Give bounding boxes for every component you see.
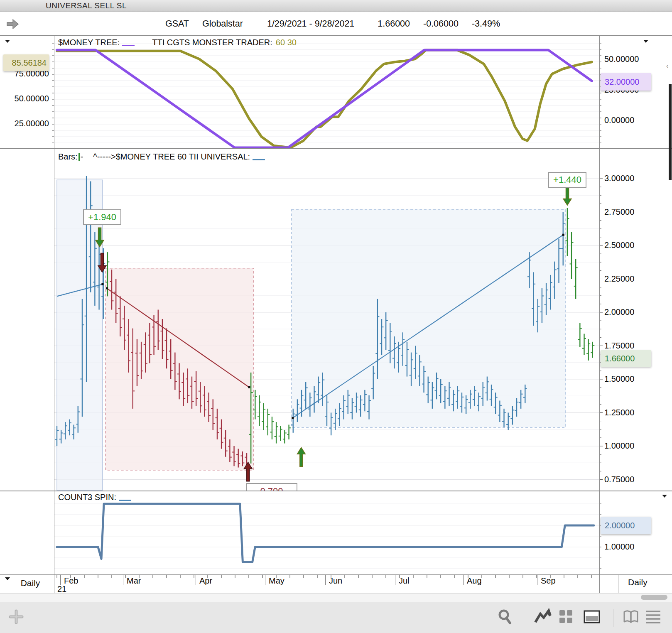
month-separator [196,575,196,585]
date-range: 1/29/2021 - 9/28/2021 [267,19,354,29]
interval-selector-right[interactable]: Daily [628,577,647,587]
toolbar-divider [524,609,524,627]
month-label: Mar [127,576,141,586]
bottom-toolbar [0,602,672,633]
price-axis-label: 2.00000 [604,307,634,317]
month-separator [395,575,395,585]
panel-divider [0,574,672,575]
clipped-label-container: 0.700 [246,483,299,491]
month-label: Aug [467,576,482,586]
menu-icon[interactable] [645,608,662,626]
price-axis-label: 1.50000 [604,374,634,384]
month-label: Apr [199,576,212,586]
month-label: May [269,576,284,586]
price-change-pct: -3.49% [472,19,500,29]
add-chart-icon[interactable] [7,608,25,626]
monster-trader-label[interactable]: TTI CGTS MONSTER TRADER: [152,38,272,47]
indicator-panel-label: $MONEY TREE:TTI CGTS MONSTER TRADER:60 3… [58,38,297,47]
count3-blank[interactable] [119,494,131,501]
indicator-right-axis-label: 50.00000 [604,54,639,64]
money-tree-current-value-badge: 32.00000 [601,73,651,91]
month-separator [463,575,464,585]
search-icon[interactable] [497,608,513,626]
money-tree-label[interactable]: $MONEY TREE: [58,38,120,47]
month-separator [60,575,61,585]
panel-divider [0,35,672,36]
symbol: GSAT [165,19,189,29]
right-gutter-divider [599,35,600,593]
apr-low-label: 0.700 [246,483,297,491]
chevron-down-icon[interactable] [643,40,648,43]
chevron-down-icon[interactable] [5,40,10,43]
panel-layout-icon[interactable] [583,608,601,626]
price-axis-label: 1.25000 [604,408,634,417]
horizontal-scroll-strip [0,593,672,602]
toolbar-divider [613,609,613,627]
month-separator [265,575,265,585]
window-titlebar[interactable]: UNIVERSAL SELL SL [0,0,672,12]
money-tree-blank[interactable] [122,39,135,46]
month-separator [123,575,123,585]
count3-panel-label: COUNT3 SPIN: [58,493,134,502]
profit-label-feb: +1.940 [83,209,121,225]
last-price: 1.66000 [378,19,410,29]
book-icon[interactable] [622,608,641,626]
chart-window: UNIVERSAL SELL SL GSAT Globalstar 1/29/2… [0,0,672,633]
line-chart-icon[interactable] [534,608,552,626]
monster-trader-params: 60 30 [276,38,297,47]
scrollbar-collapse-chevron[interactable]: ‹ [666,62,668,70]
universal-indicator-label[interactable]: ^----->$MONEY TREE 60 TII UNIVERSAL: [93,152,250,162]
grid-layout-icon[interactable] [558,608,575,626]
universal-blank[interactable] [253,154,265,160]
price-axis-label: 1.00000 [604,441,634,451]
axis-cell-divider [618,575,618,593]
panel-divider[interactable] [0,491,672,491]
month-label: Feb [64,576,78,586]
month-label: Jul [399,576,410,586]
symbol-header: GSAT Globalstar 1/29/2021 - 9/28/2021 1.… [0,12,672,35]
indicator-current-value-badge: 85.56184 [3,54,49,71]
indicator-right-axis-label: 0.00000 [604,115,634,125]
cursor-bar [78,153,80,161]
price-change: -0.06000 [423,19,459,29]
vertical-scrollbar-thumb[interactable] [669,84,672,180]
interval-selector-left[interactable]: Daily [12,578,49,588]
price-axis-label: 2.25000 [604,274,634,284]
window-title: UNIVERSAL SELL SL [46,1,127,10]
horizontal-scrollbar-thumb[interactable] [641,595,667,600]
chevron-down-icon[interactable] [662,495,667,498]
chart-canvas[interactable] [0,0,672,633]
price-axis-label: 2.75000 [604,207,634,217]
bars-label[interactable]: Bars: [58,152,78,162]
price-axis-label: 3.00000 [604,174,634,183]
company-name: Globalstar [202,19,243,29]
chevron-down-icon[interactable] [5,577,10,580]
month-separator [537,575,537,585]
month-label: Jun [329,576,342,586]
indicator-left-axis-label: 25.00000 [3,119,49,128]
month-separator [325,575,326,585]
price-axis-label: 2.50000 [604,240,634,250]
year-label: 21 [57,584,66,594]
count3-axis-label: 1.00000 [604,542,634,552]
price-axis-label: 1.75000 [604,341,634,351]
bars-panel-label: Bars:-^----->$MONEY TREE 60 TII UNIVERSA… [58,152,267,162]
indicator-left-axis-label: 50.00000 [3,94,49,103]
forward-arrow-icon[interactable] [7,19,19,29]
count3-current-value-badge: 2.00000 [601,517,651,534]
last-price-badge: 1.66000 [601,350,651,367]
profit-label-sep: +1.440 [548,172,586,188]
panel-divider[interactable] [0,148,672,149]
price-axis-label: 0.75000 [604,475,634,484]
left-gutter-divider [54,35,54,593]
month-label: Sep [541,576,556,586]
count3-spin-label[interactable]: COUNT3 SPIN: [58,493,116,502]
